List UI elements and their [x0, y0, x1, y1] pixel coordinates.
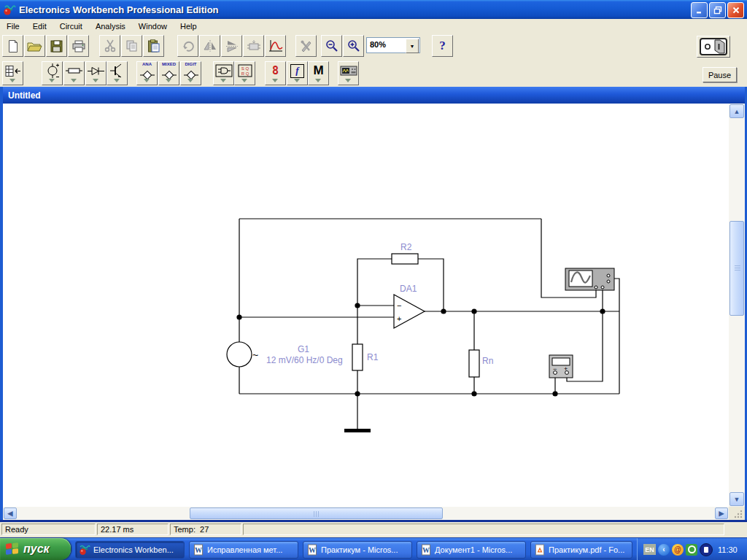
mixed-ics-bin-button[interactable]: MIXED [158, 61, 179, 85]
rotate-button[interactable] [177, 35, 198, 57]
favorites-bin-button[interactable] [2, 61, 23, 85]
tray-messenger-icon[interactable]: @ [672, 544, 684, 556]
minimize-button[interactable] [691, 2, 708, 18]
transistors-bin-button[interactable] [107, 61, 128, 85]
taskbar-clock: 11:30 [718, 545, 738, 554]
taskbar-task-word1[interactable]: W Исправленная мет... [189, 541, 298, 559]
ff-line1: S Q [241, 66, 249, 71]
bin-arrow [187, 79, 193, 82]
resistor-rn[interactable] [469, 350, 479, 377]
logic-gate-icon [215, 64, 233, 77]
taskbar-task-pdf[interactable]: Практикум.pdf - Fo... [530, 541, 632, 559]
opamp-da1[interactable]: − + [394, 295, 425, 328]
resize-grip-dots [729, 507, 745, 520]
oscilloscope[interactable] [565, 268, 614, 290]
component-properties-button[interactable] [295, 35, 317, 57]
miscellaneous-bin-button[interactable]: M [308, 61, 329, 85]
word-icon: W [420, 544, 432, 556]
menu-help[interactable]: Help [174, 20, 204, 32]
copy-button[interactable] [121, 35, 142, 57]
taskbar-task-word3[interactable]: W Документ1 - Micros... [417, 541, 526, 559]
taskbar-task-word2[interactable]: W Практикум - Micros... [303, 541, 412, 559]
app-icon[interactable] [3, 3, 16, 16]
menu-edit[interactable]: Edit [26, 20, 53, 32]
wire-network[interactable] [239, 219, 619, 429]
indicators-bin-button[interactable]: 8 [265, 61, 286, 85]
pause-button[interactable]: Pause [703, 67, 737, 82]
tray-app-icon[interactable] [700, 543, 713, 556]
resize-grip[interactable] [729, 507, 745, 520]
zoom-out-button[interactable] [321, 35, 342, 57]
scroll-right-button[interactable]: ▶ [715, 508, 728, 519]
save-button[interactable] [46, 35, 67, 57]
wire-scope-ground[interactable] [614, 279, 619, 394]
thumb-grip [735, 265, 740, 272]
language-indicator[interactable]: EN [643, 544, 656, 555]
svg-text:W: W [195, 546, 202, 554]
multimeter[interactable]: − + [549, 355, 573, 378]
flip-horizontal-button[interactable] [199, 35, 220, 57]
scroll-left-button[interactable]: ◀ [4, 508, 17, 519]
start-button[interactable]: пуск [0, 538, 71, 560]
create-subcircuit-button[interactable] [243, 35, 264, 57]
resistor-r1[interactable] [352, 344, 363, 370]
circuit-canvas[interactable]: ~ − + [3, 104, 729, 507]
source-g1[interactable]: ~ [227, 342, 258, 367]
paste-button[interactable] [143, 35, 164, 57]
diode-icon [88, 66, 104, 76]
cut-button[interactable] [99, 35, 120, 57]
tray-antivirus-icon[interactable] [686, 544, 697, 556]
title-bar: Electronics Workbench Professional Editi… [0, 0, 747, 19]
restore-button[interactable] [709, 2, 726, 18]
horizontal-scroll-thumb[interactable] [190, 508, 443, 519]
menu-window[interactable]: Window [132, 20, 174, 32]
status-ready: Ready [1, 524, 96, 535]
svg-text:W: W [309, 546, 316, 554]
menu-analysis[interactable]: Analysis [89, 20, 132, 32]
digital-ics-bin-button[interactable]: DIGIT [180, 61, 201, 85]
logic-gates-bin-button[interactable] [213, 61, 234, 85]
analysis-graph-icon [268, 39, 283, 52]
open-button[interactable] [24, 35, 45, 57]
vertical-scrollbar[interactable]: ▲ ▼ [729, 104, 745, 507]
ground-symbol[interactable] [344, 429, 371, 432]
close-button[interactable] [727, 2, 744, 18]
power-switch-button[interactable] [697, 36, 730, 58]
properties-tools-icon [300, 39, 313, 52]
menu-circuit[interactable]: Circuit [53, 20, 89, 32]
resistor-r2[interactable] [392, 254, 418, 264]
analog-ics-bin-button[interactable]: ANA [136, 61, 158, 85]
main-toolbar: 80% ▼ ? [0, 33, 747, 61]
print-button[interactable] [68, 35, 89, 57]
paste-clipboard-icon [147, 39, 160, 52]
scroll-down-button[interactable]: ▼ [729, 492, 744, 506]
horizontal-scrollbar[interactable]: ◀ ▶ [3, 507, 729, 520]
flipflops-bin-button[interactable]: S Q R Q [234, 61, 255, 85]
basic-bin-button[interactable] [63, 61, 85, 85]
display-graphs-button[interactable] [265, 35, 286, 57]
bin-arrow [220, 79, 226, 82]
controls-bin-button[interactable]: f [287, 61, 308, 85]
ewb-icon [79, 544, 90, 556]
ana-label: ANA [137, 62, 157, 66]
sources-bin-button[interactable] [42, 61, 63, 85]
zoom-dropdown-button[interactable]: ▼ [406, 39, 419, 53]
misc-m-label: M [313, 63, 323, 78]
help-button[interactable]: ? [432, 35, 453, 57]
opamp-minus-sign: − [397, 301, 401, 310]
zoom-level-combobox[interactable]: 80% ▼ [366, 37, 420, 53]
new-button[interactable] [2, 35, 23, 57]
menu-file[interactable]: File [0, 20, 26, 32]
hide-icons-chevron[interactable]: ‹ [658, 544, 670, 556]
flip-vertical-button[interactable] [221, 35, 242, 57]
seven-segment-icon: 8 [266, 63, 285, 79]
scroll-up-button[interactable]: ▲ [729, 104, 744, 118]
diodes-bin-button[interactable] [85, 61, 107, 85]
zoom-in-button[interactable] [343, 35, 364, 57]
taskbar-task-ewb[interactable]: Electronics Workben... [75, 541, 185, 559]
vertical-scroll-thumb[interactable] [729, 221, 744, 316]
windows-flag-icon [4, 542, 20, 556]
function-f-label: f [295, 65, 298, 77]
status-temperature: Temp: 27 [170, 524, 241, 535]
instruments-bin-button[interactable] [338, 61, 359, 85]
